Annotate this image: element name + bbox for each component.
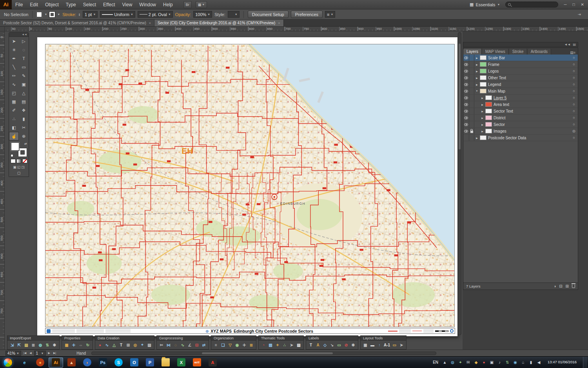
swap-fill-stroke-icon[interactable]: ⇄ xyxy=(24,142,27,146)
visibility-toggle[interactable] xyxy=(463,68,469,74)
tag-icon[interactable]: ◇ xyxy=(322,342,328,348)
layer-row-postcode-sector-data[interactable]: ▶Postcode Sector Data○ xyxy=(463,135,578,141)
layer-name[interactable]: Frame xyxy=(488,62,571,67)
measure-icon[interactable]: ∠ xyxy=(187,342,192,348)
symbol-theme-icon[interactable]: ✦ xyxy=(275,342,280,348)
tray-app-10[interactable]: ⌂ xyxy=(521,360,526,364)
document-tab-1[interactable]: Postcode Sector (S2) Devon, Dorset & Som… xyxy=(0,20,154,26)
visibility-toggle[interactable] xyxy=(463,75,469,81)
label-options-icon[interactable]: ✱ xyxy=(350,342,356,348)
menu-view[interactable]: View xyxy=(119,0,136,9)
visibility-toggle[interactable] xyxy=(463,95,469,101)
export-icon[interactable]: ⇱ xyxy=(16,342,22,348)
perspective-grid-tool[interactable]: △ xyxy=(19,89,29,97)
lock-toggle[interactable] xyxy=(469,121,474,128)
menu-select[interactable]: Select xyxy=(80,0,100,9)
layer-target-icon[interactable]: ◎ xyxy=(571,129,577,133)
tray-app-7[interactable]: ♪ xyxy=(497,360,502,364)
coordinate-system-icon[interactable]: ✛ xyxy=(71,342,76,348)
leader-line-icon[interactable]: ↘ xyxy=(329,342,335,348)
layer-name[interactable]: Other Text xyxy=(488,76,571,80)
search-box[interactable] xyxy=(505,2,558,7)
line-segment-tool[interactable]: ╲ xyxy=(9,63,19,71)
layer-row-district[interactable]: ▶District○ xyxy=(463,115,578,121)
direct-selection-tool[interactable]: ▷ xyxy=(19,37,29,46)
layer-row-logos[interactable]: ▶Logos○ xyxy=(463,68,578,75)
stroke-color-box[interactable] xyxy=(18,148,27,157)
expand-toggle-icon[interactable]: ▶ xyxy=(480,97,485,99)
label-pro-icon[interactable]: A xyxy=(315,342,321,348)
layer-target-icon[interactable]: ○ xyxy=(571,82,577,86)
create-polygon-icon[interactable]: △ xyxy=(111,342,117,348)
visibility-toggle[interactable] xyxy=(463,101,469,107)
menu-file[interactable]: File xyxy=(12,0,26,9)
page-scale-icon[interactable]: ⇔ xyxy=(78,342,83,348)
layer-target-icon[interactable]: ○ xyxy=(571,136,577,140)
first-artboard-button[interactable]: |◀ xyxy=(23,352,27,355)
move-icon[interactable]: ✛ xyxy=(241,342,247,348)
style-dropdown[interactable]: ▼ xyxy=(228,11,240,18)
layer-name[interactable]: Layer 5 xyxy=(494,96,571,100)
delete-layer-icon[interactable] xyxy=(572,284,575,288)
import-icon[interactable]: ⇲ xyxy=(9,342,15,348)
panel-tab-stroke[interactable]: Stroke xyxy=(509,49,527,55)
artboard-number-field[interactable]: 1 ▼ xyxy=(34,351,46,356)
group-icon[interactable]: ❏ xyxy=(220,342,226,348)
align-icon[interactable]: ≣ xyxy=(249,342,254,348)
panel-menu-icon[interactable]: ▤≡ xyxy=(568,51,578,55)
export-settings-icon[interactable]: ✱ xyxy=(52,342,57,348)
collapse-tools-panel-icon[interactable]: ◄◄ xyxy=(9,33,29,37)
visibility-toggle[interactable] xyxy=(463,81,469,87)
lock-toggle[interactable] xyxy=(469,101,474,107)
taskbar-act[interactable]: act! xyxy=(190,357,204,368)
canvas-area[interactable]: 0501001502002503003504004505005506006507… xyxy=(0,31,463,350)
taskbar-excel[interactable]: X xyxy=(174,357,189,368)
web-map-icon[interactable]: ◍ xyxy=(38,342,43,348)
layer-target-icon[interactable]: ○ xyxy=(571,122,577,126)
expand-toggle-icon[interactable]: ▼ xyxy=(474,90,479,92)
width-profile-dropdown[interactable]: Uniform ▼ xyxy=(100,11,135,18)
paintbrush-tool[interactable]: ✏ xyxy=(9,71,19,80)
preferences-button[interactable]: Preferences xyxy=(291,11,323,18)
taskbar-acrobat[interactable]: A xyxy=(205,357,220,368)
buffer-icon[interactable]: ◎ xyxy=(132,342,138,348)
gradient-tool[interactable]: ▤ xyxy=(19,97,29,106)
width-tool[interactable]: ∿ xyxy=(9,80,19,89)
dissolve-icon[interactable]: ◌ xyxy=(173,342,178,348)
gradient-button[interactable] xyxy=(16,159,22,163)
expand-toggle-icon[interactable]: ▶ xyxy=(480,123,485,126)
tracker-icon[interactable]: ⌖ xyxy=(140,342,145,348)
pen-tool[interactable]: ✒ xyxy=(9,54,19,63)
layer-target-icon[interactable]: ○ xyxy=(571,56,577,60)
taskbar-internet-explorer[interactable]: e xyxy=(17,357,32,368)
tray-app-9[interactable]: ◉ xyxy=(513,360,518,364)
clip-icon[interactable]: ✂ xyxy=(159,342,164,348)
lock-toggle[interactable] xyxy=(469,108,474,114)
lock-toggle[interactable] xyxy=(469,68,474,74)
slice-tool[interactable]: ✂ xyxy=(19,123,29,132)
layers-icon[interactable]: ≡ xyxy=(213,342,219,348)
expand-toggle-icon[interactable]: ▶ xyxy=(480,130,485,133)
layout-grid-icon[interactable]: ▦ xyxy=(363,342,368,348)
align-dropdown[interactable]: ≡ ▼ xyxy=(325,11,335,18)
symbol-sprayer-tool[interactable]: ∴ xyxy=(9,115,19,123)
document-tab-2[interactable]: Sector (C6) City Centre Edinburgh 2016.a… xyxy=(154,20,284,26)
legend-theme-icon[interactable]: ▤ xyxy=(296,342,301,348)
refresh-icon[interactable]: ↻ xyxy=(85,342,91,348)
show-desktop-button[interactable] xyxy=(583,357,587,368)
attribute-table-icon[interactable]: ▤ xyxy=(147,342,152,348)
visibility-toggle[interactable] xyxy=(463,108,469,114)
taskbar-firefox[interactable]: ◗ xyxy=(80,357,94,368)
workspace-switcher[interactable]: ▦ Essentials ▼ xyxy=(470,2,500,7)
map-properties-icon[interactable]: ▦ xyxy=(64,342,69,348)
layer-name[interactable]: Sector xyxy=(494,122,571,127)
zoom-level-dropdown[interactable]: 41% ▼ xyxy=(5,351,21,356)
menu-window[interactable]: Window xyxy=(136,0,160,9)
fill-swatch[interactable] xyxy=(36,12,42,17)
layout-pointer-icon[interactable]: ➤ xyxy=(399,342,404,348)
taskbar-skype[interactable]: S xyxy=(111,357,126,368)
taskbar-red-app[interactable]: ▲ xyxy=(64,357,79,368)
transform-icon[interactable]: ⇄ xyxy=(201,342,207,348)
artboard-tool[interactable]: ◧ xyxy=(9,123,19,132)
layer-name[interactable]: Images xyxy=(494,129,571,133)
